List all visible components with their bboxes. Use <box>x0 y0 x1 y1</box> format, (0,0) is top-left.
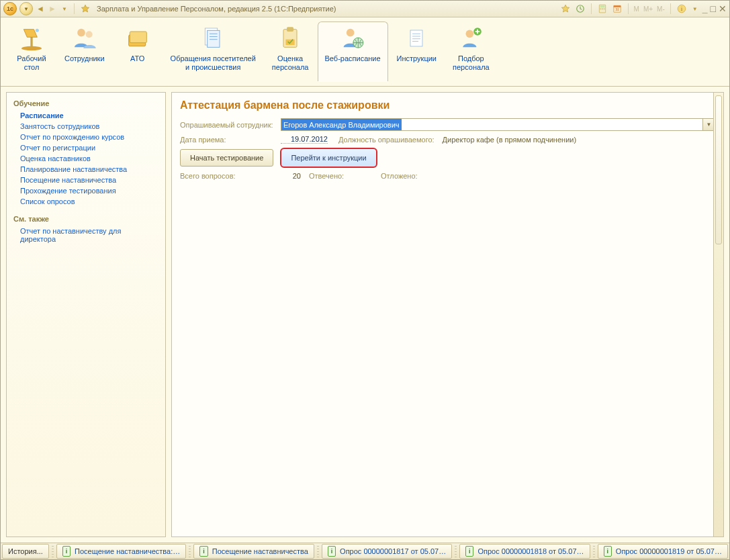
memory-mminus-button[interactable]: M- <box>656 5 666 13</box>
tab-label: АТО <box>130 54 144 63</box>
tab-label: Рабочий стол <box>17 54 46 72</box>
tab-label: Посещение наставничества:… <box>75 547 180 555</box>
svg-point-26 <box>347 29 355 37</box>
add-favorite-star-icon[interactable] <box>559 3 572 15</box>
sheet-icon <box>403 25 430 52</box>
tab-label: Оценка персонала <box>272 54 309 72</box>
svg-rect-7 <box>613 5 621 7</box>
hire-date-label: Дата приема: <box>180 136 277 144</box>
taskbar-separator <box>455 545 457 557</box>
svg-rect-5 <box>603 8 604 9</box>
svg-rect-19 <box>208 30 220 47</box>
sidebar-item-course-report[interactable]: Отчет по прохождению курсов <box>13 132 158 142</box>
svg-rect-28 <box>410 30 422 46</box>
sidebar-item-employee-occupancy[interactable]: Занятость сотрудников <box>13 121 158 132</box>
tab-label: Инструкции <box>397 54 437 63</box>
titlebar-separator <box>74 3 75 14</box>
svg-point-33 <box>466 30 474 38</box>
titlebar: 1c ▼ ◄ ► ▼ Зарплата и Управление Персона… <box>1 1 729 17</box>
people-icon <box>71 25 98 52</box>
main-menu-dropdown-icon[interactable]: ▼ <box>19 2 33 15</box>
person-globe-icon <box>339 25 366 52</box>
app-orb-icon[interactable]: 1c <box>3 2 17 15</box>
taskbar-tab[interactable]: iОпрос 00000001817 от 05.07… <box>322 544 452 559</box>
history-star-icon[interactable] <box>574 3 586 15</box>
sidebar-item-mentor-evaluation[interactable]: Оценка наставников <box>13 153 158 164</box>
tab-recruitment[interactable]: Подбор персонала <box>445 21 497 81</box>
svg-point-13 <box>36 29 39 32</box>
tab-ato[interactable]: АТО <box>113 21 162 81</box>
taskbar-separator <box>52 545 54 557</box>
clipboard-icon <box>277 25 304 52</box>
memory-mplus-button[interactable]: M+ <box>643 5 653 13</box>
ribbon: Рабочий стол Сотрудники АТО Обращения по… <box>1 17 729 87</box>
sidebar-item-director-mentorship-report[interactable]: Отчет по наставничеству для директора <box>13 226 158 244</box>
sidebar-item-registration-report[interactable]: Отчет по регистрации <box>13 142 158 153</box>
tab-incidents[interactable]: Обращения посетителей и происшествия <box>163 21 263 81</box>
svg-point-14 <box>77 29 85 37</box>
doc-icon: i <box>465 546 473 557</box>
employee-selected-text: Егоров Александр Владимирович <box>281 119 402 130</box>
tab-instructions[interactable]: Инструкции <box>390 21 444 81</box>
tab-label: Сотрудники <box>64 54 105 63</box>
svg-rect-3 <box>600 8 601 9</box>
sidebar-item-surveys-list[interactable]: Список опросов <box>13 196 158 207</box>
svg-point-15 <box>85 31 92 38</box>
tab-label: Опрос 00000001819 от 05.07… <box>616 547 722 555</box>
favorite-star-icon[interactable] <box>79 3 91 15</box>
nav-menu-dropdown-icon[interactable]: ▼ <box>60 6 69 12</box>
folder-stack-icon <box>124 25 151 52</box>
history-button[interactable]: История... <box>2 544 49 559</box>
scrollbar-thumb[interactable] <box>715 95 722 244</box>
go-to-instructions-button[interactable]: Перейти к инструкции <box>280 148 377 168</box>
taskbar-tab[interactable]: iОпрос 00000001818 от 05.07… <box>459 544 590 559</box>
taskbar-tab[interactable]: iПосещение наставничества <box>193 544 314 559</box>
taskbar-separator <box>317 545 319 557</box>
tab-label: Опрос 00000001818 от 05.07… <box>477 547 584 555</box>
window-title: Зарплата и Управление Персоналом, редакц… <box>97 5 557 13</box>
tab-employees[interactable]: Сотрудники <box>57 21 112 81</box>
sidebar-item-mentorship-planning[interactable]: Планирование наставничества <box>13 164 158 175</box>
info-dropdown-icon[interactable]: ▼ <box>690 6 700 12</box>
taskbar-tab[interactable]: iОпрос 00000001819 от 05.07… <box>598 544 728 559</box>
start-testing-button[interactable]: Начать тестирование <box>180 149 273 167</box>
button-label: История... <box>8 547 43 555</box>
vertical-scrollbar[interactable] <box>713 93 723 536</box>
close-button[interactable]: ✕ <box>719 4 727 13</box>
minimize-button[interactable]: _ <box>702 4 708 13</box>
sidebar-item-mentorship-visit[interactable]: Посещение наставничества <box>13 175 158 185</box>
memory-m-button[interactable]: M <box>633 5 640 13</box>
tab-desktop[interactable]: Рабочий стол <box>7 21 56 81</box>
calculator-icon[interactable] <box>596 3 608 15</box>
calendar-icon[interactable]: 31 <box>611 3 623 15</box>
nav-fwd-icon: ► <box>48 4 57 13</box>
info-icon[interactable]: i <box>676 3 688 15</box>
position-value: Директор кафе (в прямом подчинении) <box>443 136 576 144</box>
hire-date-value: 19.07.2012 <box>281 135 328 144</box>
sidebar-item-schedule[interactable]: Расписание <box>13 110 158 121</box>
doc-icon: i <box>199 546 208 557</box>
doc-icon: i <box>604 546 612 557</box>
svg-text:31: 31 <box>615 7 619 11</box>
tab-assessment[interactable]: Оценка персонала <box>265 21 316 81</box>
taskbar-separator <box>593 545 595 557</box>
svg-rect-4 <box>602 8 603 9</box>
taskbar: История... iПосещение наставничества:… i… <box>1 543 729 559</box>
document-stack-icon <box>199 25 226 52</box>
nav-back-icon[interactable]: ◄ <box>36 4 45 13</box>
svg-text:i: i <box>681 6 682 12</box>
sidebar-section-title: См. также <box>13 215 158 223</box>
maximize-button[interactable]: □ <box>711 4 716 13</box>
svg-rect-24 <box>287 27 293 32</box>
tab-web-schedule[interactable]: Веб-расписание <box>318 21 388 81</box>
svg-rect-17 <box>130 32 146 43</box>
button-label: Начать тестирование <box>190 154 263 162</box>
app-window: 1c ▼ ◄ ► ▼ Зарплата и Управление Персона… <box>0 0 730 560</box>
desktop-lamp-icon <box>18 25 45 52</box>
answered-label: Отвечено: <box>309 172 373 180</box>
tab-label: Опрос 00000001817 от 05.07… <box>340 547 446 555</box>
deferred-label: Отложено: <box>381 172 418 180</box>
taskbar-tab[interactable]: iПосещение наставничества:… <box>56 544 186 559</box>
sidebar-item-testing[interactable]: Прохождение тестирования <box>13 185 158 196</box>
titlebar-separator <box>670 3 671 14</box>
